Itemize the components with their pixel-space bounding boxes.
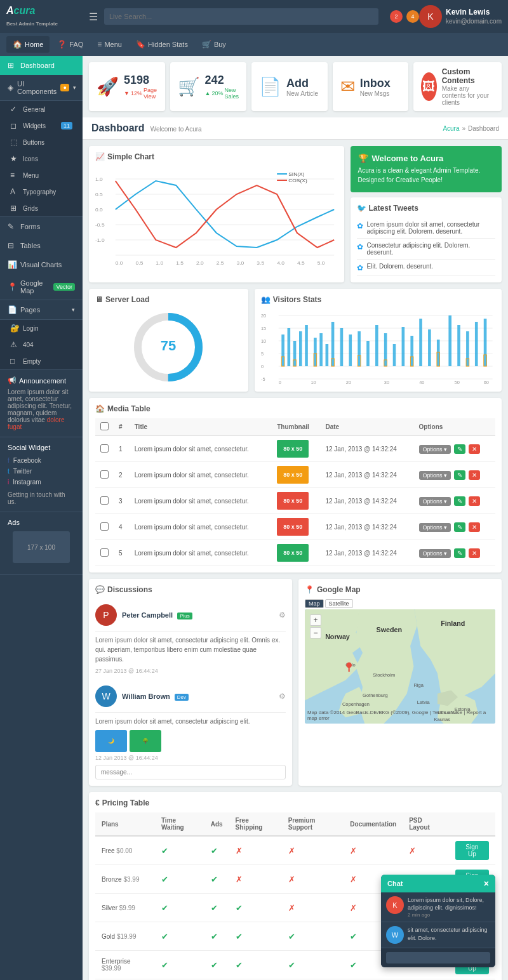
- delete-button[interactable]: ✕: [469, 444, 480, 454]
- edit-button[interactable]: ✎: [454, 522, 465, 532]
- custom-contents-title: Custom Contents: [442, 67, 494, 85]
- media-col-date: Date: [320, 418, 413, 436]
- notification-badge-1[interactable]: 2: [390, 10, 403, 23]
- signup-button[interactable]: Sign Up: [455, 841, 489, 860]
- breadcrumb-item-acura[interactable]: Acura: [443, 125, 459, 132]
- plan-psd: ✗: [403, 836, 449, 865]
- tweet-bullet-2: ✿: [357, 242, 363, 251]
- discussion-time-2: 12 Jan 2013 @ 16:44:24: [95, 755, 286, 761]
- discussion-gear-1[interactable]: ⚙: [279, 611, 286, 619]
- plan-ads: ✔: [204, 951, 229, 979]
- edit-button[interactable]: ✎: [454, 496, 465, 506]
- list-item: Free $0.00 ✔ ✔ ✗ ✗ ✗ ✗ Sign Up: [95, 836, 495, 865]
- row-check[interactable]: [95, 540, 114, 566]
- sidebar-item-widgets[interactable]: ◻ Widgets 11: [0, 117, 83, 134]
- delete-button[interactable]: ✕: [469, 470, 480, 480]
- social-facebook[interactable]: f Facebook: [8, 455, 75, 466]
- edit-button[interactable]: ✎: [454, 470, 465, 480]
- plan-action[interactable]: Sign Up: [449, 836, 495, 865]
- discussion-gear-2[interactable]: ⚙: [279, 692, 286, 701]
- svg-text:10: 10: [311, 380, 316, 385]
- map-tab-map[interactable]: Map: [305, 599, 324, 608]
- sidebar-item-icons[interactable]: ★ Icons: [0, 150, 83, 167]
- nav-buy[interactable]: 🛒Buy: [196, 36, 232, 53]
- svg-point-103: [346, 663, 352, 668]
- social-twitter[interactable]: t Twitter: [8, 466, 75, 477]
- options-button[interactable]: Options ▾: [419, 445, 451, 454]
- sidebar-item-menu[interactable]: ≡ Menu: [0, 167, 83, 183]
- svg-text:2.0: 2.0: [196, 260, 204, 266]
- options-button[interactable]: Options ▾: [419, 497, 451, 506]
- svg-rect-64: [401, 327, 404, 366]
- svg-text:75: 75: [161, 338, 176, 354]
- sidebar-item-dashboard[interactable]: ⊞ Dashboard: [0, 56, 83, 75]
- nav-menu[interactable]: ≡Menu: [91, 36, 128, 53]
- map-tab-satellite[interactable]: Satellite: [325, 599, 353, 608]
- inbox-icon: ✉: [340, 76, 355, 97]
- breadcrumb-separator: »: [462, 125, 466, 132]
- sidebar-item-typography[interactable]: A Typography: [0, 183, 83, 200]
- social-instagram[interactable]: i Instagram: [8, 477, 75, 487]
- delete-button[interactable]: ✕: [469, 548, 480, 558]
- top-nav: AcuraBest Admin Template ☰ 2 4 K Kevin L…: [0, 0, 508, 33]
- select-all-checkbox[interactable]: [100, 422, 109, 430]
- chat-close-button[interactable]: ×: [484, 878, 489, 889]
- plan-docs: ✗: [344, 836, 403, 865]
- sidebar-item-tables[interactable]: ⊟ Tables: [0, 236, 83, 255]
- pricing-col-shipping: Free Shipping: [229, 812, 282, 836]
- map-title-icon: 📍: [305, 585, 314, 594]
- row-check[interactable]: [95, 514, 114, 540]
- map-attribution: Map data ©2014 GeoBasis-DE/BKG (©2009), …: [307, 710, 495, 721]
- delete-button[interactable]: ✕: [469, 522, 480, 532]
- sidebar-item-ui-components[interactable]: ◈ UI Components ● ▾: [0, 75, 83, 100]
- nav-faq[interactable]: ❓FAQ: [51, 36, 90, 53]
- sidebar-label-typography: Typography: [23, 189, 72, 195]
- sidebar-item-buttons[interactable]: ⬚ Buttons: [0, 134, 83, 150]
- sidebar-item-pages[interactable]: 📄 Pages ▾: [0, 300, 83, 319]
- sidebar-item-general[interactable]: ✓ General: [0, 101, 83, 117]
- svg-text:20: 20: [261, 313, 266, 319]
- sales-arrow: ▲: [205, 90, 211, 96]
- svg-text:0: 0: [278, 380, 281, 385]
- discussion-reply-input[interactable]: [95, 765, 286, 779]
- sidebar-item-forms[interactable]: ✎ Forms: [0, 217, 83, 236]
- options-button[interactable]: Options ▾: [419, 471, 451, 480]
- row-check[interactable]: [95, 462, 114, 488]
- chat-input[interactable]: [386, 952, 490, 963]
- tweets-box: 🐦 Latest Tweets ✿ Lorem ipsum dolor sit …: [351, 197, 502, 282]
- svg-rect-49: [287, 328, 290, 366]
- sidebar-item-empty[interactable]: □ Empty: [0, 353, 83, 369]
- row-check[interactable]: [95, 436, 114, 462]
- sidebar-item-404[interactable]: ⚠ 404: [0, 336, 83, 353]
- sidebar-item-google-map[interactable]: 📍 Google Map Vector: [0, 274, 83, 300]
- edit-button[interactable]: ✎: [454, 548, 465, 558]
- map-zoom-out[interactable]: −: [310, 627, 321, 639]
- notification-badge-2[interactable]: 4: [406, 10, 419, 23]
- sidebar-item-visual-charts[interactable]: 📊 Visual Charts: [0, 255, 83, 274]
- inbox-label: New Msgs: [360, 90, 401, 97]
- row-check[interactable]: [95, 488, 114, 514]
- twitter-bird-icon: 🐦: [357, 204, 366, 213]
- svg-text:4.0: 4.0: [277, 260, 284, 266]
- plan-ads: ✔: [204, 922, 229, 951]
- hamburger-icon[interactable]: ☰: [89, 11, 98, 23]
- nav-home[interactable]: 🏠Home: [6, 36, 50, 53]
- options-button[interactable]: Options ▾: [419, 523, 451, 532]
- sidebar-item-grids[interactable]: ⊞ Grids: [0, 200, 83, 216]
- svg-text:20: 20: [346, 380, 351, 385]
- svg-rect-53: [314, 338, 317, 366]
- svg-text:60: 60: [484, 380, 489, 385]
- welcome-title: 🏆 Welcome to Acura: [358, 154, 494, 163]
- discussion-user-info-2: William Brown Dev: [122, 692, 274, 700]
- plan-time: ✔: [155, 951, 204, 979]
- search-input[interactable]: [104, 8, 378, 25]
- delete-button[interactable]: ✕: [469, 496, 480, 506]
- nav-hidden-stats[interactable]: 🔖Hidden Stats: [130, 36, 194, 53]
- row-title: Lorem ipsum dolor sit amet, consectetur.: [130, 488, 272, 514]
- sidebar-item-login[interactable]: 🔐 Login: [0, 320, 83, 336]
- options-button[interactable]: Options ▾: [419, 549, 451, 558]
- svg-text:50: 50: [454, 380, 459, 385]
- user-name: Kevin Lewis: [446, 7, 502, 18]
- map-zoom-in[interactable]: +: [310, 614, 321, 626]
- edit-button[interactable]: ✎: [454, 444, 465, 454]
